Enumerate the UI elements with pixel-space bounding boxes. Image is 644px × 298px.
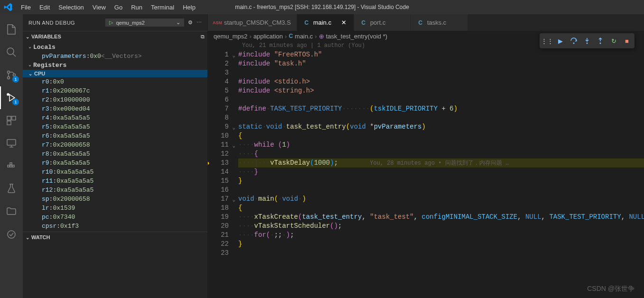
step-over-icon[interactable]	[568, 35, 579, 47]
line-number[interactable]: 8	[208, 113, 229, 122]
code-line[interactable]: #define·TASK_TEST_PRIORITY·······(tskIDL…	[238, 104, 644, 113]
locals-header[interactable]: ⌄Locals	[23, 43, 207, 52]
activity-extensions-icon[interactable]	[0, 109, 23, 132]
debug-config-selector[interactable]: ▷ qemu_mps2 ⌄	[105, 19, 184, 27]
activity-testing-icon[interactable]	[0, 177, 23, 200]
code-line[interactable]: {	[238, 131, 644, 140]
code-line[interactable]	[238, 249, 644, 258]
code-line[interactable]: ····while (1)	[238, 140, 644, 149]
register-item[interactable]: r4: 0xa5a5a5a5	[23, 113, 207, 122]
register-item[interactable]: r0: 0x0	[23, 77, 207, 86]
activity-scm-icon[interactable]: 1	[0, 64, 23, 86]
menu-help[interactable]: Help	[179, 2, 199, 13]
restart-icon[interactable]: ↻	[608, 35, 619, 47]
code-line[interactable]: }	[238, 240, 644, 249]
start-debug-icon[interactable]: ▷	[109, 19, 113, 26]
line-number[interactable]: 4	[208, 77, 229, 86]
line-number[interactable]: 10	[208, 131, 229, 140]
fold-icon[interactable]: ⌄	[232, 51, 235, 60]
register-item[interactable]: lr: 0x1539	[23, 204, 207, 213]
line-number[interactable]: 9⌄	[208, 122, 229, 131]
menu-selection[interactable]: Selection	[55, 2, 87, 13]
register-item[interactable]: pc: 0x7340	[23, 213, 207, 222]
continue-icon[interactable]: ▶	[555, 35, 566, 47]
activity-timeline-icon[interactable]	[0, 223, 23, 246]
code-line[interactable]: ····│···vTaskDelay(1000); You, 28 minute…	[238, 158, 644, 168]
code-line[interactable]: ····}	[238, 168, 644, 177]
register-item[interactable]: r1: 0x2000067c	[23, 86, 207, 95]
line-number[interactable]: 18	[208, 204, 229, 213]
variable-item[interactable]: pvParameters: 0x0 <__Vectors>	[23, 52, 207, 61]
code-line[interactable]: #include <stdio.h>	[238, 77, 644, 86]
line-number[interactable]: 11⌄	[208, 140, 229, 149]
drag-handle-icon[interactable]: ⋮⋮	[541, 35, 553, 47]
ellipsis-icon[interactable]: ⋯	[196, 19, 202, 26]
debug-toolbar[interactable]: ⋮⋮ ▶ ↻ ■	[540, 33, 635, 48]
variables-header[interactable]: ⌄ VARIABLES ⧉	[23, 31, 207, 42]
line-number[interactable]: 14	[208, 168, 229, 177]
code-line[interactable]: ····for(·;;·);	[238, 231, 644, 240]
code-line[interactable]: static·void·task_test_entry(void *pvPara…	[238, 122, 644, 131]
cpu-header[interactable]: ⌄CPU	[23, 70, 207, 77]
step-out-icon[interactable]	[595, 35, 606, 47]
menu-file[interactable]: File	[17, 2, 35, 13]
register-item[interactable]: r3: 0xe000ed04	[23, 104, 207, 113]
code-line[interactable]: }	[238, 177, 644, 186]
breadcrumb-item[interactable]: main.c	[295, 33, 313, 40]
code-line[interactable]: #include "task.h"	[238, 59, 644, 68]
breadcrumb-item[interactable]: task_test_entry(void *)	[326, 33, 387, 40]
breadcrumb-item[interactable]: application	[253, 33, 283, 40]
watch-header[interactable]: ⌄ WATCH	[23, 232, 207, 242]
activity-search-icon[interactable]	[0, 41, 23, 64]
code-line[interactable]	[238, 186, 644, 195]
register-item[interactable]: r7: 0x20000658	[23, 140, 207, 149]
code-line[interactable]: ····xTaskCreate(task_test_entry, "task_t…	[238, 213, 644, 222]
line-number[interactable]: 17⌄	[208, 195, 229, 204]
gutter[interactable]: 1⌄23456789⌄1011⌄121314151617⌄18192021222…	[208, 50, 238, 258]
activity-docker-icon[interactable]	[0, 155, 23, 177]
editor-tab[interactable]: Ctasks.c	[411, 14, 468, 31]
line-number[interactable]: 7	[208, 104, 229, 113]
editor-content[interactable]: You, 21 minutes ago | 1 author (You) 1⌄2…	[208, 41, 644, 298]
code-body[interactable]: #include "FreeRTOS.h"#include "task.h"#i…	[238, 50, 644, 258]
fold-icon[interactable]: ⌄	[232, 196, 235, 205]
menu-view[interactable]: View	[89, 2, 110, 13]
code-line[interactable]: {	[238, 204, 644, 213]
line-number[interactable]: 6	[208, 95, 229, 104]
step-into-icon[interactable]	[581, 35, 593, 47]
line-number[interactable]: 12	[208, 149, 229, 158]
activity-explorer-icon[interactable]	[0, 18, 23, 41]
editor-tab[interactable]: Cmain.c✕	[297, 14, 354, 31]
gear-icon[interactable]: ⚙	[188, 19, 193, 26]
code-line[interactable]: void·main(·void·)	[238, 195, 644, 204]
line-number[interactable]: 1⌄	[208, 50, 229, 59]
editor-tab[interactable]: ASMstartup_CMSDK_CM3.S	[208, 14, 297, 31]
register-item[interactable]: r2: 0x10000000	[23, 95, 207, 104]
menu-edit[interactable]: Edit	[36, 2, 54, 13]
code-line[interactable]	[238, 113, 644, 122]
code-line[interactable]	[238, 95, 644, 104]
register-item[interactable]: r11: 0xa5a5a5a5	[23, 177, 207, 186]
menu-terminal[interactable]: Terminal	[147, 2, 178, 13]
menu-run[interactable]: Run	[127, 2, 146, 13]
fold-icon[interactable]: ⌄	[232, 123, 235, 132]
line-number[interactable]: 13	[208, 158, 229, 168]
register-item[interactable]: r9: 0xa5a5a5a5	[23, 158, 207, 168]
activity-remote-icon[interactable]	[0, 132, 23, 155]
line-number[interactable]: 22	[208, 240, 229, 249]
line-number[interactable]: 5	[208, 86, 229, 95]
code-line[interactable]: ····vTaskStartScheduler();	[238, 222, 644, 231]
editor-tab[interactable]: Cport.c	[354, 14, 411, 31]
code-line[interactable]	[238, 68, 644, 77]
code-line[interactable]: #include <string.h>	[238, 86, 644, 95]
register-item[interactable]: r5: 0xa5a5a5a5	[23, 122, 207, 131]
line-number[interactable]: 2	[208, 59, 229, 68]
register-item[interactable]: cpsr: 0x1f3	[23, 222, 207, 231]
register-item[interactable]: r10: 0xa5a5a5a5	[23, 168, 207, 177]
code-line[interactable]: ····{	[238, 149, 644, 158]
register-item[interactable]: r8: 0xa5a5a5a5	[23, 149, 207, 158]
register-item[interactable]: r12: 0xa5a5a5a5	[23, 186, 207, 195]
line-number[interactable]: 3	[208, 68, 229, 77]
registers-header[interactable]: ⌄Registers	[23, 61, 207, 70]
line-number[interactable]: 21	[208, 231, 229, 240]
